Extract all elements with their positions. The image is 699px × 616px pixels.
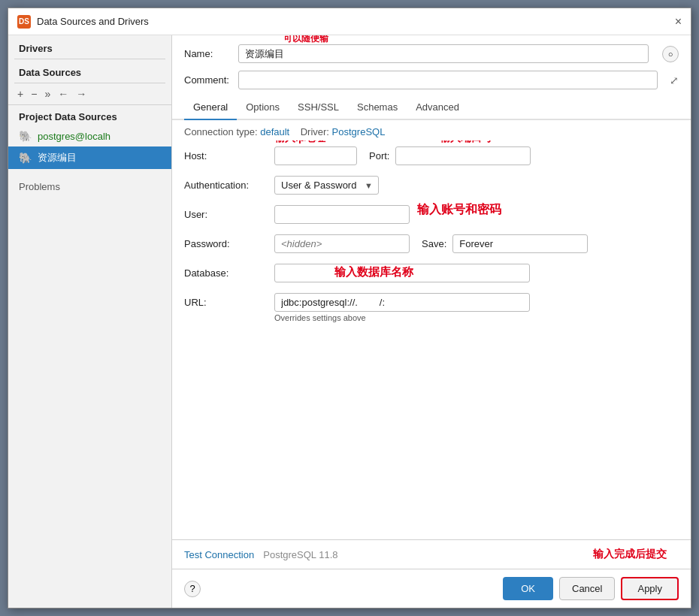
- password-row: Password: Save:: [184, 234, 679, 253]
- url-input[interactable]: [274, 293, 530, 312]
- submit-annotation: 输入完成后提交: [593, 548, 667, 561]
- auth-row: Authentication: User & Password No auth …: [184, 176, 679, 195]
- host-label: Host:: [184, 150, 274, 162]
- bottom-bar: Test Connection PostgreSQL 11.8 输入完成后提交: [172, 539, 691, 569]
- sidebar-drivers-header[interactable]: Drivers: [8, 35, 171, 59]
- selected-db-icon: 🐘: [19, 152, 32, 164]
- sidebar-datasources-header[interactable]: Data Sources: [8, 59, 171, 83]
- more-button[interactable]: »: [41, 86, 53, 101]
- tab-advanced[interactable]: Advanced: [407, 95, 468, 120]
- auth-label: Authentication:: [184, 180, 274, 191]
- title-bar: DS Data Sources and Drivers ×: [8, 8, 691, 35]
- auth-select-wrap: User & Password No auth PgPass LDAP Kerb…: [274, 176, 379, 195]
- remove-button[interactable]: −: [28, 86, 40, 101]
- problems-section: Problems: [8, 169, 171, 198]
- password-input[interactable]: [274, 234, 410, 253]
- back-button[interactable]: ←: [55, 86, 71, 101]
- postgres-db-icon: 🐘: [19, 130, 32, 142]
- right-panel: Name: 输入此次链接数据源的名称的名称 可以随便输 ○ Comment: ⤢…: [172, 35, 691, 608]
- test-connection-button[interactable]: Test Connection: [184, 549, 254, 560]
- forward-button[interactable]: →: [73, 86, 89, 101]
- user-row: User: 输入账号和密码: [184, 205, 679, 224]
- comment-row: Comment: ⤢: [172, 68, 691, 95]
- conn-type-value[interactable]: default: [260, 126, 289, 137]
- pg-version-label: PostgreSQL 11.8: [263, 549, 337, 560]
- comment-label: Comment:: [184, 74, 229, 86]
- name-circle-button[interactable]: ○: [662, 46, 679, 62]
- name-label: Name:: [184, 48, 229, 59]
- save-input[interactable]: [452, 234, 588, 253]
- tab-ssh-ssl[interactable]: SSH/SSL: [289, 95, 348, 120]
- port-annotation: 输入端口号: [440, 140, 492, 145]
- sidebar-toolbar: + − » ← →: [8, 83, 171, 105]
- dialog-title: Data Sources and Drivers: [37, 16, 149, 27]
- footer-row: ? OK Cancel Apply: [172, 569, 691, 608]
- url-note: Overrides settings above: [274, 313, 679, 322]
- sidebar-item-selected-label: 资源编目: [38, 151, 77, 165]
- user-input[interactable]: [274, 205, 410, 224]
- conn-driver-value[interactable]: PostgreSQL: [332, 126, 386, 137]
- main-content: Drivers Data Sources + − » ← → Project D…: [8, 35, 691, 608]
- save-group: Save:: [422, 234, 588, 253]
- name-input-wrap: 输入此次链接数据源的名称的名称 可以随便输: [238, 44, 649, 63]
- host-row: Host: Port: 输入ip地址 输入端口号: [184, 146, 679, 165]
- footer-buttons: OK Cancel Apply: [503, 577, 679, 600]
- tabs-bar: General Options SSH/SSL Schemas Advanced: [172, 95, 691, 120]
- conn-driver-label: Driver:: [301, 126, 329, 137]
- url-row-inner: URL:: [184, 293, 679, 312]
- close-button[interactable]: ×: [675, 16, 682, 28]
- database-input[interactable]: [274, 264, 530, 282]
- expand-icon[interactable]: ⤢: [670, 74, 679, 86]
- port-label: Port:: [369, 150, 389, 162]
- title-bar-left: DS Data Sources and Drivers: [17, 15, 149, 29]
- help-button[interactable]: ?: [184, 581, 201, 597]
- sidebar-inner: Drivers Data Sources + − » ← → Project D…: [8, 35, 171, 608]
- tab-general[interactable]: General: [184, 95, 237, 120]
- host-input[interactable]: [274, 146, 357, 165]
- app-icon: DS: [17, 15, 31, 29]
- tab-schemas[interactable]: Schemas: [348, 95, 407, 120]
- password-label: Password:: [184, 238, 274, 249]
- sidebar-item-postgres-label: postgres@localh: [38, 131, 110, 142]
- tab-options[interactable]: Options: [237, 95, 289, 120]
- database-row: Database: 输入数据库名称: [184, 264, 679, 282]
- data-sources-dialog: DS Data Sources and Drivers × Drivers Da…: [8, 8, 691, 608]
- host-annotation: 输入ip地址: [274, 140, 325, 145]
- cancel-button[interactable]: Cancel: [559, 577, 615, 600]
- database-label: Database:: [184, 267, 274, 279]
- sidebar-item-selected[interactable]: 🐘 资源编目: [8, 146, 171, 169]
- add-button[interactable]: +: [14, 86, 26, 101]
- form-area: Host: Port: 输入ip地址 输入端口号 Authentication:…: [172, 140, 691, 539]
- port-input[interactable]: [395, 146, 531, 165]
- ok-button[interactable]: OK: [503, 577, 553, 600]
- sidebar: Drivers Data Sources + − » ← → Project D…: [8, 35, 172, 608]
- apply-button[interactable]: Apply: [621, 577, 679, 600]
- connection-info: Connection type: default Driver: Postgre…: [172, 120, 691, 140]
- user-annotation: 输入账号和密码: [417, 202, 501, 218]
- project-sources-label: Project Data Sources: [8, 105, 171, 125]
- conn-type-label: Connection type:: [184, 126, 258, 137]
- auth-select[interactable]: User & Password No auth PgPass LDAP Kerb…: [274, 176, 379, 195]
- problems-label: Problems: [19, 181, 60, 192]
- port-group: Port:: [369, 146, 531, 165]
- url-label: URL:: [184, 297, 274, 308]
- save-label: Save:: [422, 238, 446, 249]
- name-row: Name: 输入此次链接数据源的名称的名称 可以随便输 ○: [172, 35, 691, 68]
- comment-input[interactable]: [238, 71, 658, 89]
- user-label: User:: [184, 209, 274, 220]
- sidebar-item-postgres[interactable]: 🐘 postgres@localh: [8, 125, 171, 146]
- url-row: URL: Overrides settings above: [184, 293, 679, 322]
- name-input[interactable]: [238, 44, 649, 63]
